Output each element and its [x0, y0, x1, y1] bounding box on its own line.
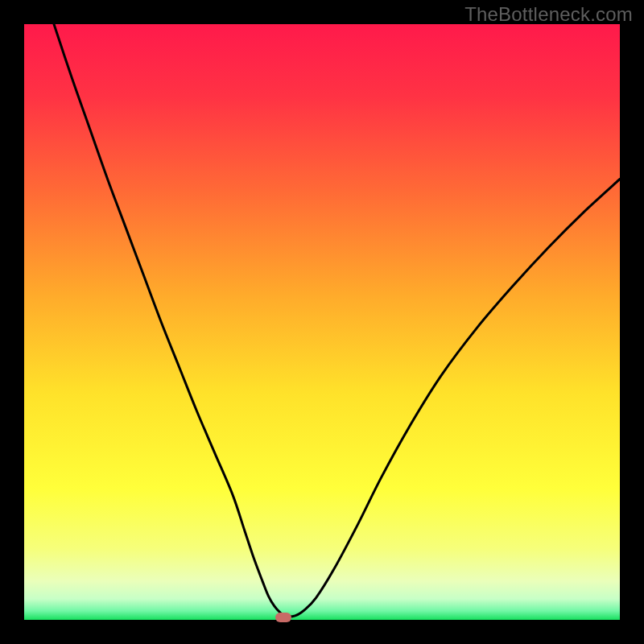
plot-area: [24, 24, 620, 620]
optimal-point-marker: [275, 613, 291, 622]
bottleneck-curve: [24, 24, 620, 620]
chart-frame: TheBottleneck.com: [0, 0, 644, 644]
watermark-text: TheBottleneck.com: [464, 3, 633, 26]
